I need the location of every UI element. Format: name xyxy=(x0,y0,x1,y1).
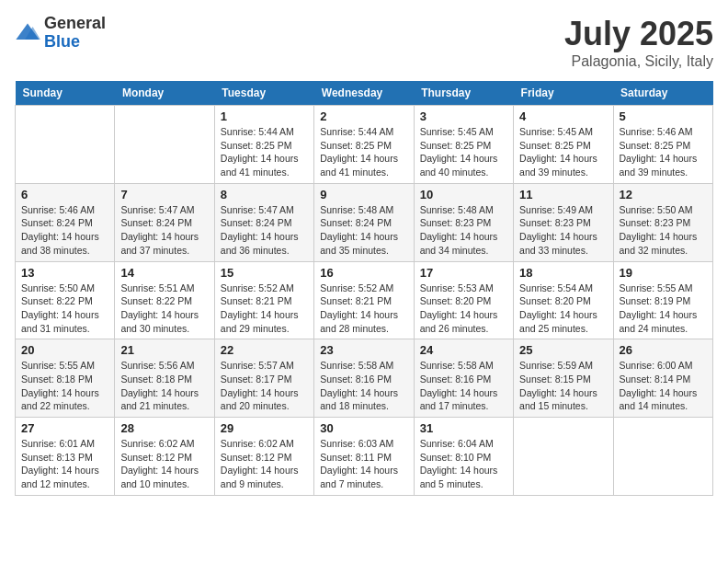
day-number: 13 xyxy=(21,266,108,280)
day-info: Sunrise: 5:55 AM Sunset: 8:18 PM Dayligh… xyxy=(21,359,108,413)
calendar-week-row: 6Sunrise: 5:46 AM Sunset: 8:24 PM Daylig… xyxy=(16,183,713,261)
day-info: Sunrise: 6:00 AM Sunset: 8:14 PM Dayligh… xyxy=(620,359,707,413)
calendar-cell: 25Sunrise: 5:59 AM Sunset: 8:15 PM Dayli… xyxy=(514,339,613,418)
day-number: 16 xyxy=(320,266,407,280)
day-info: Sunrise: 5:50 AM Sunset: 8:23 PM Dayligh… xyxy=(620,203,707,258)
weekday-header: Saturday xyxy=(613,81,712,106)
day-number: 29 xyxy=(221,421,308,435)
calendar-cell: 16Sunrise: 5:52 AM Sunset: 8:21 PM Dayli… xyxy=(314,261,414,339)
weekday-header-row: SundayMondayTuesdayWednesdayThursdayFrid… xyxy=(16,81,713,106)
day-info: Sunrise: 5:44 AM Sunset: 8:25 PM Dayligh… xyxy=(320,125,407,179)
day-number: 24 xyxy=(420,343,507,357)
day-number: 1 xyxy=(221,109,308,123)
day-info: Sunrise: 6:02 AM Sunset: 8:12 PM Dayligh… xyxy=(120,437,208,491)
logo-icon xyxy=(15,20,40,46)
calendar-cell: 9Sunrise: 5:48 AM Sunset: 8:24 PM Daylig… xyxy=(314,183,414,261)
day-number: 11 xyxy=(519,188,607,201)
day-info: Sunrise: 5:48 AM Sunset: 8:24 PM Dayligh… xyxy=(320,203,407,258)
day-info: Sunrise: 5:52 AM Sunset: 8:21 PM Dayligh… xyxy=(221,282,308,336)
day-number: 18 xyxy=(519,266,607,280)
calendar-cell: 15Sunrise: 5:52 AM Sunset: 8:21 PM Dayli… xyxy=(214,261,313,339)
day-info: Sunrise: 5:46 AM Sunset: 8:25 PM Dayligh… xyxy=(620,125,707,179)
day-info: Sunrise: 6:04 AM Sunset: 8:10 PM Dayligh… xyxy=(420,437,507,491)
calendar-week-row: 1Sunrise: 5:44 AM Sunset: 8:25 PM Daylig… xyxy=(16,106,713,184)
calendar-cell: 23Sunrise: 5:58 AM Sunset: 8:16 PM Dayli… xyxy=(314,339,414,418)
day-info: Sunrise: 5:47 AM Sunset: 8:24 PM Dayligh… xyxy=(120,203,208,258)
day-info: Sunrise: 5:59 AM Sunset: 8:15 PM Dayligh… xyxy=(519,359,607,413)
calendar-week-row: 20Sunrise: 5:55 AM Sunset: 8:18 PM Dayli… xyxy=(16,339,713,418)
day-number: 9 xyxy=(320,188,407,201)
weekday-header: Tuesday xyxy=(214,81,313,106)
day-number: 19 xyxy=(620,266,707,280)
day-info: Sunrise: 6:03 AM Sunset: 8:11 PM Dayligh… xyxy=(320,437,407,491)
calendar-cell: 29Sunrise: 6:02 AM Sunset: 8:12 PM Dayli… xyxy=(214,418,313,496)
day-info: Sunrise: 5:48 AM Sunset: 8:23 PM Dayligh… xyxy=(420,203,507,258)
day-number: 14 xyxy=(120,266,208,280)
logo-blue: Blue xyxy=(44,33,106,52)
calendar-cell: 1Sunrise: 5:44 AM Sunset: 8:25 PM Daylig… xyxy=(214,106,313,184)
day-number: 2 xyxy=(320,109,407,123)
day-info: Sunrise: 5:58 AM Sunset: 8:16 PM Dayligh… xyxy=(320,359,407,413)
day-info: Sunrise: 5:52 AM Sunset: 8:21 PM Dayligh… xyxy=(320,282,407,336)
day-info: Sunrise: 5:50 AM Sunset: 8:22 PM Dayligh… xyxy=(21,282,108,336)
title-block: July 2025 Palagonia, Sicily, Italy xyxy=(564,15,713,70)
day-info: Sunrise: 5:58 AM Sunset: 8:16 PM Dayligh… xyxy=(420,359,507,413)
day-info: Sunrise: 6:01 AM Sunset: 8:13 PM Dayligh… xyxy=(21,437,108,491)
calendar-cell: 31Sunrise: 6:04 AM Sunset: 8:10 PM Dayli… xyxy=(414,418,513,496)
calendar-cell: 27Sunrise: 6:01 AM Sunset: 8:13 PM Dayli… xyxy=(16,418,115,496)
logo-general: General xyxy=(44,15,106,33)
page-header: General Blue July 2025 Palagonia, Sicily… xyxy=(15,15,713,70)
day-number: 7 xyxy=(120,188,208,201)
calendar-cell: 6Sunrise: 5:46 AM Sunset: 8:24 PM Daylig… xyxy=(16,183,115,261)
day-info: Sunrise: 5:44 AM Sunset: 8:25 PM Dayligh… xyxy=(221,125,308,179)
calendar-cell: 19Sunrise: 5:55 AM Sunset: 8:19 PM Dayli… xyxy=(613,261,712,339)
day-number: 23 xyxy=(320,343,407,357)
day-number: 27 xyxy=(21,421,108,435)
weekday-header: Monday xyxy=(115,81,214,106)
day-number: 8 xyxy=(221,188,308,201)
day-info: Sunrise: 5:47 AM Sunset: 8:24 PM Dayligh… xyxy=(221,203,308,258)
day-number: 21 xyxy=(120,343,208,357)
day-number: 28 xyxy=(120,421,208,435)
day-number: 25 xyxy=(519,343,607,357)
calendar-cell xyxy=(613,418,712,496)
calendar-cell: 7Sunrise: 5:47 AM Sunset: 8:24 PM Daylig… xyxy=(115,183,214,261)
day-number: 17 xyxy=(420,266,507,280)
weekday-header: Wednesday xyxy=(314,81,414,106)
calendar-cell: 24Sunrise: 5:58 AM Sunset: 8:16 PM Dayli… xyxy=(414,339,513,418)
calendar-cell: 2Sunrise: 5:44 AM Sunset: 8:25 PM Daylig… xyxy=(314,106,414,184)
weekday-header: Sunday xyxy=(16,81,115,106)
day-info: Sunrise: 5:51 AM Sunset: 8:22 PM Dayligh… xyxy=(120,282,208,336)
day-info: Sunrise: 5:57 AM Sunset: 8:17 PM Dayligh… xyxy=(221,359,308,413)
logo: General Blue xyxy=(15,15,106,52)
calendar-cell: 4Sunrise: 5:45 AM Sunset: 8:25 PM Daylig… xyxy=(514,106,613,184)
location: Palagonia, Sicily, Italy xyxy=(564,53,713,70)
weekday-header: Friday xyxy=(514,81,613,106)
month-year: July 2025 xyxy=(564,15,713,53)
calendar-cell: 10Sunrise: 5:48 AM Sunset: 8:23 PM Dayli… xyxy=(414,183,513,261)
day-number: 12 xyxy=(620,188,707,201)
day-info: Sunrise: 5:54 AM Sunset: 8:20 PM Dayligh… xyxy=(519,282,607,336)
calendar-cell xyxy=(514,418,613,496)
calendar-cell: 14Sunrise: 5:51 AM Sunset: 8:22 PM Dayli… xyxy=(115,261,214,339)
calendar-cell: 3Sunrise: 5:45 AM Sunset: 8:25 PM Daylig… xyxy=(414,106,513,184)
calendar-cell: 17Sunrise: 5:53 AM Sunset: 8:20 PM Dayli… xyxy=(414,261,513,339)
calendar-cell: 11Sunrise: 5:49 AM Sunset: 8:23 PM Dayli… xyxy=(514,183,613,261)
calendar-cell: 30Sunrise: 6:03 AM Sunset: 8:11 PM Dayli… xyxy=(314,418,414,496)
day-number: 4 xyxy=(519,109,607,123)
calendar-cell: 12Sunrise: 5:50 AM Sunset: 8:23 PM Dayli… xyxy=(613,183,712,261)
calendar-cell xyxy=(16,106,115,184)
day-info: Sunrise: 5:53 AM Sunset: 8:20 PM Dayligh… xyxy=(420,282,507,336)
day-number: 6 xyxy=(21,188,108,201)
day-info: Sunrise: 5:55 AM Sunset: 8:19 PM Dayligh… xyxy=(620,282,707,336)
calendar-cell: 20Sunrise: 5:55 AM Sunset: 8:18 PM Dayli… xyxy=(16,339,115,418)
day-number: 3 xyxy=(420,109,507,123)
day-info: Sunrise: 5:45 AM Sunset: 8:25 PM Dayligh… xyxy=(519,125,607,179)
day-number: 31 xyxy=(420,421,507,435)
calendar-cell: 28Sunrise: 6:02 AM Sunset: 8:12 PM Dayli… xyxy=(115,418,214,496)
calendar-cell: 8Sunrise: 5:47 AM Sunset: 8:24 PM Daylig… xyxy=(214,183,313,261)
day-info: Sunrise: 5:45 AM Sunset: 8:25 PM Dayligh… xyxy=(420,125,507,179)
day-number: 15 xyxy=(221,266,308,280)
day-number: 20 xyxy=(21,343,108,357)
calendar-cell: 18Sunrise: 5:54 AM Sunset: 8:20 PM Dayli… xyxy=(514,261,613,339)
